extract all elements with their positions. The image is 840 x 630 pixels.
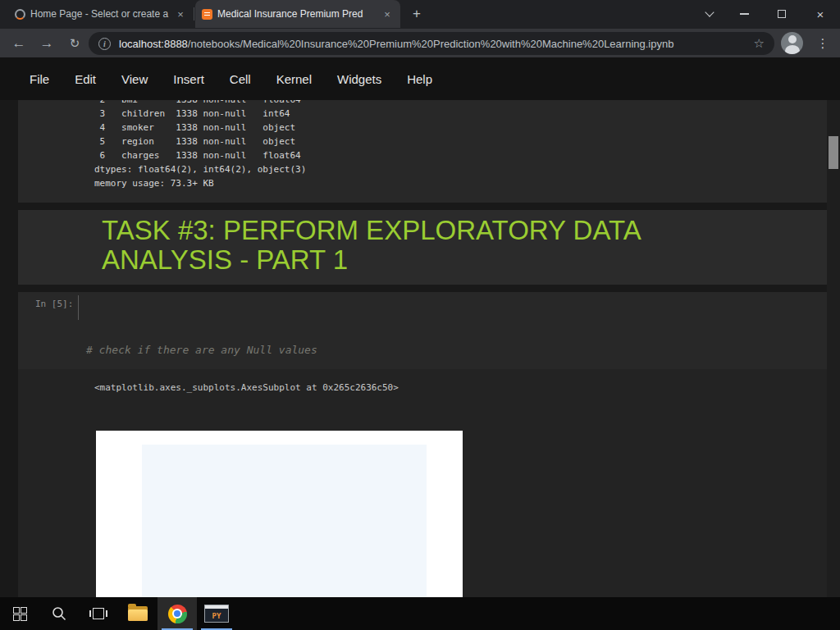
jupyter-favicon-icon <box>15 9 25 20</box>
chrome-taskbar-button[interactable] <box>158 597 197 630</box>
reload-button[interactable]: ↻ <box>62 29 87 57</box>
repr-output: <matplotlib.axes._subplots.AxesSubplot a… <box>94 382 399 393</box>
maximize-icon <box>778 10 786 18</box>
close-icon: × <box>817 7 824 21</box>
url-host: localhost:8888 <box>119 38 188 50</box>
url-text[interactable]: localhost:8888/notebooks/Medical%20Insur… <box>119 38 754 50</box>
notebook-menubar-items: FileEditViewInsertCellKernelWidgetsHelp <box>30 57 432 100</box>
browser-tab-strip: Home Page - Select or create a n × Medic… <box>0 0 840 29</box>
heatmap-axes <box>142 445 427 597</box>
page-scrollbar[interactable] <box>827 100 840 597</box>
tab-jupyter-home[interactable]: Home Page - Select or create a n × <box>8 0 194 28</box>
tab-close-icon[interactable]: × <box>174 7 187 21</box>
chevron-down-icon <box>705 7 714 16</box>
window-minimize-button[interactable] <box>725 0 763 28</box>
notebook-menubar: FileEditViewInsertCellKernelWidgetsHelp … <box>0 57 840 100</box>
forward-button[interactable]: → <box>34 29 59 57</box>
folder-icon <box>128 606 148 621</box>
editor-caret <box>78 295 79 320</box>
search-icon <box>51 605 67 622</box>
address-bar[interactable]: i localhost:8888/notebooks/Medical%20Ins… <box>89 32 774 55</box>
notebook-content: 2 bmi 1338 non-null float64 3 children 1… <box>0 100 840 597</box>
code-comment: # check if there are any Null values <box>86 340 619 361</box>
tab-divider <box>194 7 194 21</box>
notebook-favicon-icon <box>202 9 212 20</box>
file-explorer-button[interactable] <box>118 597 158 630</box>
back-button[interactable]: ← <box>7 29 31 57</box>
tab-close-icon[interactable]: × <box>381 7 394 21</box>
cell-code-output: <matplotlib.axes._subplots.AxesSubplot a… <box>18 369 827 597</box>
cell-output-info[interactable]: 2 bmi 1338 non-null float64 3 children 1… <box>18 100 827 203</box>
url-path: /notebooks/Medical%20Insurance%20Premium… <box>188 38 674 50</box>
window-close-button[interactable]: × <box>801 0 840 28</box>
menu-view[interactable]: View <box>121 72 148 86</box>
menu-file[interactable]: File <box>30 72 49 86</box>
start-button[interactable] <box>0 597 39 630</box>
tab-search-button[interactable] <box>696 0 724 28</box>
terminal-window-icon: PY <box>204 605 229 623</box>
tab-notebook-active[interactable]: Medical Insurance Premium Pred × <box>195 0 400 28</box>
python-terminal-taskbar-button[interactable]: PY <box>197 597 236 630</box>
minimize-icon <box>740 13 749 15</box>
menu-edit[interactable]: Edit <box>75 72 96 86</box>
section-heading: TASK #3: PERFORM EXPLORATORY DATA ANALYS… <box>102 216 725 275</box>
taskbar: PY <box>0 597 840 630</box>
site-info-icon[interactable]: i <box>98 38 111 50</box>
terminal-label: PY <box>205 612 228 620</box>
bookmark-star-icon[interactable]: ☆ <box>754 36 765 51</box>
menu-help[interactable]: Help <box>407 72 432 86</box>
profile-avatar[interactable] <box>781 32 803 54</box>
task-view-icon <box>89 608 107 620</box>
cell-code-input[interactable]: In [5]: # check if there are any Null va… <box>18 292 827 369</box>
windows-logo-icon <box>13 607 27 621</box>
browser-menu-button[interactable]: ⋮ <box>810 29 835 57</box>
cell-markdown-heading[interactable]: TASK #3: PERFORM EXPLORATORY DATA ANALYS… <box>18 210 827 285</box>
task-view-button[interactable] <box>79 597 118 630</box>
scrollbar-thumb[interactable] <box>829 136 838 169</box>
taskbar-search-button[interactable] <box>39 597 79 630</box>
menu-cell[interactable]: Cell <box>230 72 251 86</box>
input-prompt: In [5]: <box>35 299 73 309</box>
chrome-icon <box>168 605 187 623</box>
menu-kernel[interactable]: Kernel <box>276 72 312 86</box>
menu-insert[interactable]: Insert <box>173 72 204 86</box>
tab-title: Home Page - Select or create a n <box>30 8 169 20</box>
dataframe-info-output: 2 bmi 1338 non-null float64 3 children 1… <box>94 100 306 190</box>
heatmap-figure <box>96 431 463 597</box>
menu-widgets[interactable]: Widgets <box>337 72 381 86</box>
tab-title: Medical Insurance Premium Pred <box>217 8 376 20</box>
new-tab-button[interactable]: + <box>407 4 427 24</box>
window-maximize-button[interactable] <box>763 0 801 28</box>
